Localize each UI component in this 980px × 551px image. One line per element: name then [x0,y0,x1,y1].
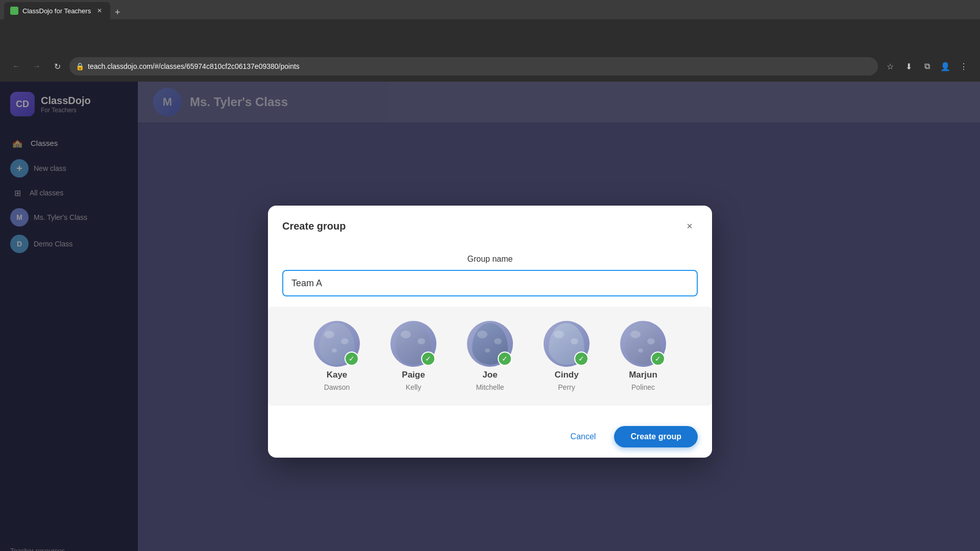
joe-check-badge: ✓ [498,352,512,366]
tab-bar: ClassDojo for Teachers ✕ + [0,0,980,19]
create-group-button[interactable]: Create group [614,426,698,447]
modal-title: Create group [282,220,346,232]
reload-button[interactable]: ↻ [49,58,65,74]
menu-button[interactable]: ⋮ [955,58,972,74]
address-input[interactable] [69,57,878,76]
group-name-input[interactable] [282,270,698,296]
modal-footer: Cancel Create group [268,416,712,458]
kaye-avatar-container: ✓ [314,321,360,367]
tab-title: ClassDojo for Teachers [22,7,91,15]
marjun-avatar-container: ✓ [620,321,666,367]
page-background: CD ClassDojo For Teachers 🏫 Classes + Ne… [0,82,980,551]
paige-last-name: Kelly [406,383,421,391]
address-bar-container: 🔒 [69,57,878,76]
member-card-cindy[interactable]: ✓ Cindy Perry [536,321,597,391]
tab-close-button[interactable]: ✕ [95,6,104,15]
browser-chrome: ClassDojo for Teachers ✕ + [0,0,980,51]
member-card-marjun[interactable]: ✓ Marjun Polinec [612,321,674,391]
forward-button[interactable]: → [29,58,45,74]
back-button[interactable]: ← [8,58,24,74]
marjun-check-badge: ✓ [651,352,665,366]
nav-bar: ← → ↻ 🔒 ☆ ⬇ ⧉ 👤 ⋮ [0,51,980,82]
joe-first-name: Joe [482,370,497,380]
member-card-paige[interactable]: ✓ Paige Kelly [383,321,444,391]
cancel-button[interactable]: Cancel [560,427,606,446]
nav-icons-right: ☆ ⬇ ⧉ 👤 ⋮ [882,58,972,74]
modal-close-button[interactable]: × [681,218,698,234]
modal-body: Group name [268,244,712,416]
bookmark-button[interactable]: ☆ [882,58,898,74]
kaye-first-name: Kaye [327,370,348,380]
members-list: ✓ Kaye Dawson [278,321,702,391]
marjun-first-name: Marjun [629,370,657,380]
modal-overlay: Create group × Group name [0,82,980,551]
modal-header: Create group × [268,206,712,244]
paige-first-name: Paige [402,370,425,380]
cindy-first-name: Cindy [554,370,578,380]
joe-avatar-container: ✓ [467,321,513,367]
member-card-kaye[interactable]: ✓ Kaye Dawson [306,321,368,391]
kaye-check-badge: ✓ [345,352,359,366]
cindy-check-badge: ✓ [574,352,589,366]
paige-check-badge: ✓ [421,352,435,366]
download-button[interactable]: ⬇ [900,58,917,74]
kaye-last-name: Dawson [324,383,350,391]
paige-avatar-container: ✓ [390,321,436,367]
group-name-label: Group name [282,255,698,264]
extensions-button[interactable]: ⧉ [919,58,935,74]
lock-icon: 🔒 [76,62,84,70]
create-group-modal: Create group × Group name [268,206,712,458]
cindy-avatar-container: ✓ [544,321,590,367]
new-tab-button[interactable]: + [110,5,125,19]
profile-button[interactable]: 👤 [937,58,953,74]
marjun-last-name: Polinec [631,383,655,391]
members-section: ✓ Kaye Dawson [268,307,712,406]
joe-last-name: Mitchelle [476,383,504,391]
cindy-last-name: Perry [558,383,575,391]
tab-favicon [10,7,18,15]
active-tab[interactable]: ClassDojo for Teachers ✕ [4,2,110,19]
member-card-joe[interactable]: ✓ Joe Mitchelle [459,321,521,391]
